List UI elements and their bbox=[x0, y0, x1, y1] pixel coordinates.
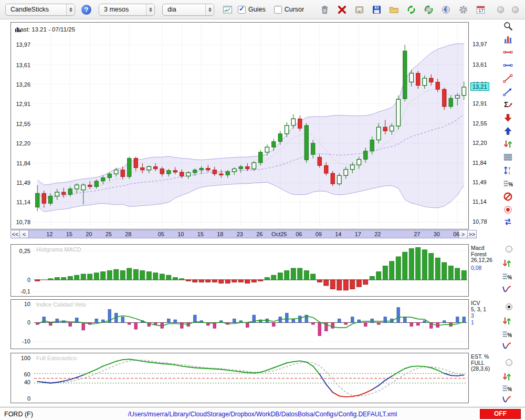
guies-checkbox-box[interactable] bbox=[238, 6, 246, 14]
scroll-next-button[interactable]: > bbox=[458, 230, 467, 238]
interval-select[interactable]: dia bbox=[162, 4, 214, 16]
price-tick-label: 12,20 bbox=[16, 140, 30, 146]
icv-percent-rows-icon[interactable]: % bbox=[500, 328, 513, 340]
date-tick-label: 06 bbox=[453, 230, 459, 238]
date-tick-label: 25 bbox=[106, 230, 112, 238]
date-tick-label: 22 bbox=[374, 230, 381, 238]
scroll-last-button[interactable]: >> bbox=[467, 230, 476, 238]
stoch-percent-rows-icon[interactable]: % bbox=[500, 382, 513, 394]
main-chart-panel: 13,9713,6113,2612,9112,5512,2011,8411,49… bbox=[10, 22, 469, 229]
snapshot-icon[interactable] bbox=[354, 5, 364, 15]
price-axis-left: 13,9713,6113,2612,9112,5512,2011,8411,49… bbox=[11, 23, 32, 229]
price-tick-label: 11,49 bbox=[16, 180, 30, 186]
reload-data-icon[interactable] bbox=[424, 5, 434, 15]
axis-tick-label: 10 bbox=[24, 301, 30, 307]
svg-text:%: % bbox=[507, 386, 512, 392]
chart-type-select[interactable]: CandleSticks bbox=[5, 4, 75, 16]
symbol-label: FORD (F) bbox=[4, 411, 33, 418]
svg-text:%: % bbox=[508, 181, 513, 187]
icv-axis: 100-10 bbox=[11, 300, 32, 349]
forbid-icon[interactable] bbox=[501, 191, 514, 202]
guies-label: Guies bbox=[248, 6, 266, 13]
axis-tick-label: 100 bbox=[21, 355, 30, 361]
trash-icon[interactable] bbox=[320, 5, 330, 15]
icv-curve-icon[interactable] bbox=[500, 340, 513, 352]
macd-percent-rows-icon[interactable]: % bbox=[500, 270, 513, 282]
price-tick-label: 13,97 bbox=[16, 41, 30, 48]
stepper-arrows-icon bbox=[205, 4, 214, 15]
macd-panel: 0,250-0,1 Histgrama MACD bbox=[10, 244, 469, 297]
stoch-panel-radio[interactable] bbox=[506, 359, 512, 366]
axis-tick-label: 0 bbox=[27, 319, 30, 326]
date-tick-label: 17 bbox=[355, 230, 361, 238]
svg-text:%: % bbox=[507, 332, 512, 338]
percent-rows-icon[interactable]: % bbox=[501, 177, 514, 189]
price-tick-label: 12,55 bbox=[16, 121, 30, 127]
calendar-icon[interactable]: 17 bbox=[476, 5, 486, 15]
macd-curve-icon[interactable] bbox=[500, 284, 513, 295]
off-toggle[interactable]: OFF bbox=[480, 409, 521, 419]
icv-panel: 100-10 Indice Calidad Vela bbox=[10, 299, 469, 349]
price-tick-label: 11,49 bbox=[472, 179, 487, 185]
price-tick-label: 11,84 bbox=[472, 160, 487, 166]
svg-text:1: 1 bbox=[508, 170, 510, 175]
icv-panel-radio[interactable] bbox=[506, 303, 512, 310]
period-value: 3 mesos bbox=[104, 6, 129, 13]
arrow-up-icon[interactable] bbox=[501, 125, 514, 136]
price-tick-label: 12,55 bbox=[472, 120, 487, 127]
axis-tick-label: -0,1 bbox=[20, 288, 30, 295]
open-folder-icon[interactable] bbox=[389, 5, 399, 15]
price-tick-label: 13,61 bbox=[472, 61, 487, 68]
icv-title: Indice Calidad Vela bbox=[36, 301, 86, 308]
red-hline-icon[interactable] bbox=[501, 46, 514, 58]
macd-updown-arrows-icon[interactable] bbox=[500, 257, 513, 269]
settings-icon[interactable] bbox=[458, 5, 468, 15]
updown-arrows-icon[interactable] bbox=[501, 138, 514, 150]
help-button[interactable]: ? bbox=[81, 5, 91, 15]
price-tick-label: 13,61 bbox=[16, 62, 30, 68]
mini-chart-icon[interactable] bbox=[223, 5, 233, 15]
record-icon[interactable] bbox=[501, 204, 514, 215]
list-rows-icon[interactable] bbox=[501, 151, 514, 163]
axis-tick-label: 60 bbox=[24, 371, 30, 377]
stoch-axis: 10060400 bbox=[11, 353, 32, 403]
sync-icon[interactable] bbox=[501, 216, 514, 227]
delete-icon[interactable] bbox=[337, 5, 347, 15]
date-tick-label: 10 bbox=[177, 230, 184, 238]
stoch-updown-arrows-icon[interactable] bbox=[500, 371, 513, 382]
arrow-down-icon[interactable] bbox=[501, 112, 514, 123]
macd-panel-radio[interactable] bbox=[506, 246, 512, 253]
period-select[interactable]: 3 mesos bbox=[99, 4, 155, 16]
blue-hline-icon[interactable] bbox=[501, 59, 514, 71]
stoch-curve-icon[interactable] bbox=[500, 394, 513, 405]
cursor-checkbox[interactable]: Cursor bbox=[274, 6, 304, 14]
scroll-first-button[interactable]: << bbox=[11, 230, 20, 238]
chart-style-icon[interactable] bbox=[501, 33, 514, 45]
window-control-dot[interactable] bbox=[512, 6, 519, 13]
icv-updown-arrows-icon[interactable] bbox=[500, 315, 513, 327]
stoch-svg[interactable] bbox=[11, 353, 468, 403]
date-tick-label: 26 bbox=[256, 230, 262, 238]
window-control-dot[interactable] bbox=[497, 6, 504, 13]
config-path[interactable]: /Users/mserra/Library/CloudStorage/Dropb… bbox=[0, 411, 525, 418]
currency-globe-icon[interactable]: € bbox=[441, 5, 451, 15]
sigma-arrow-icon[interactable]: Σ bbox=[501, 99, 514, 110]
price-tick-label: 11,14 bbox=[16, 199, 30, 205]
refresh-icon[interactable] bbox=[406, 5, 416, 15]
cursor-checkbox-box[interactable] bbox=[274, 6, 282, 14]
save-icon[interactable] bbox=[372, 5, 382, 15]
stepper-arrows-icon bbox=[66, 4, 75, 15]
main-chart-svg[interactable] bbox=[11, 23, 468, 229]
scroll-prev-button[interactable]: < bbox=[20, 230, 29, 238]
price-tick-label: 13,97 bbox=[472, 41, 487, 47]
date-tick-label: 06 bbox=[296, 230, 302, 238]
trend-arrow-icon[interactable] bbox=[501, 86, 514, 97]
icv-legend: ICV5, 3, 131 bbox=[471, 300, 498, 326]
scale-updown-icon[interactable]: T1 bbox=[501, 164, 514, 176]
red-trendline-icon[interactable] bbox=[501, 72, 514, 84]
svg-text:17: 17 bbox=[479, 8, 484, 13]
toolbar-icon-group: €17 bbox=[320, 5, 486, 15]
zoom-icon[interactable] bbox=[501, 20, 514, 32]
axis-tick-label: -10 bbox=[22, 338, 30, 344]
guies-checkbox[interactable]: Guies bbox=[238, 6, 266, 14]
